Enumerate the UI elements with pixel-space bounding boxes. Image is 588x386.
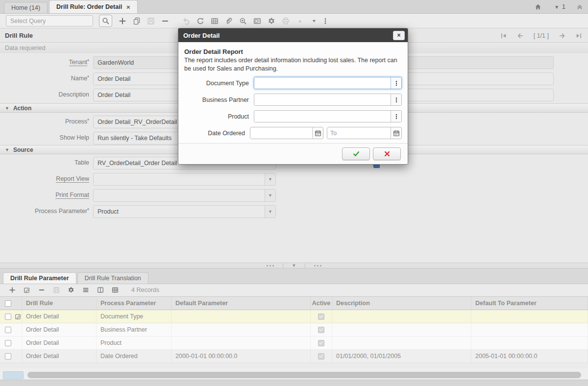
splitter-grip[interactable] — [305, 265, 330, 266]
col-drill-rule[interactable]: Drill Rule — [22, 297, 97, 310]
product-input[interactable] — [254, 111, 391, 122]
tab-drill-rule[interactable]: Drill Rule: Order Detail × — [49, 0, 138, 13]
col-active[interactable]: Active — [311, 297, 332, 310]
business-partner-lookup[interactable] — [254, 94, 402, 106]
business-partner-input[interactable] — [254, 94, 391, 105]
col-process-parameter[interactable]: Process Parameter — [97, 297, 172, 310]
bottom-strip — [0, 380, 588, 386]
more-actions-icon[interactable] — [321, 14, 330, 28]
table-row[interactable]: Order Detail Date Ordered 2000-01-01 00:… — [0, 350, 588, 363]
combo-arrow-icon[interactable]: ▼ — [265, 206, 275, 217]
dialog-titlebar[interactable]: Order Detail × — [178, 28, 408, 42]
toggle-grid-icon[interactable] — [207, 14, 221, 28]
active-checkbox — [318, 314, 324, 320]
lookup-more-icon[interactable] — [391, 94, 401, 105]
tab-home[interactable]: Home (14) — [4, 2, 48, 13]
tabbar-right-controls: ▼ 1 — [535, 0, 583, 14]
document-type-input[interactable] — [254, 77, 391, 89]
col-default-to-parameter[interactable]: Default To Parameter — [471, 297, 588, 310]
copy-record-icon[interactable] — [129, 14, 144, 28]
report-view-label[interactable]: Report View — [0, 175, 89, 182]
desktop-caret-icon[interactable]: ▼ — [554, 4, 559, 10]
customize-icon[interactable] — [264, 14, 278, 28]
last-record-icon[interactable] — [575, 32, 582, 39]
horizontal-splitter[interactable]: ▼ — [0, 263, 588, 268]
row-checkbox[interactable] — [5, 353, 11, 360]
edit-row-icon[interactable] — [15, 313, 22, 320]
delete-record-icon[interactable] — [158, 14, 172, 28]
row-checkbox[interactable] — [5, 340, 11, 346]
confirm-button[interactable] — [342, 147, 370, 160]
row-checkbox[interactable] — [5, 314, 11, 320]
table-label: Table — [0, 159, 89, 166]
requery-icon[interactable] — [193, 14, 207, 28]
home-icon[interactable] — [535, 3, 541, 10]
calendar-icon[interactable] — [391, 127, 401, 139]
date-ordered-from[interactable] — [250, 127, 323, 139]
report-icon[interactable] — [250, 14, 264, 28]
attachment-icon[interactable] — [221, 14, 236, 28]
business-partner-label: Business Partner — [184, 96, 249, 103]
columns-icon[interactable] — [95, 284, 106, 296]
date-from-input[interactable] — [250, 127, 312, 139]
lookup-more-icon[interactable] — [391, 77, 401, 89]
dialog-close-icon[interactable]: × — [393, 31, 405, 40]
date-to-input[interactable] — [327, 127, 391, 139]
save-icon — [51, 284, 62, 296]
dialog-title: Order Detail — [183, 32, 220, 39]
name-label: Name* — [0, 75, 89, 82]
table-row[interactable]: Order Detail Product — [0, 337, 588, 350]
active-checkbox — [318, 340, 324, 346]
delete-icon[interactable] — [36, 284, 47, 296]
param-row-date-ordered: Date Ordered — [184, 127, 402, 139]
cancel-button[interactable] — [373, 147, 401, 160]
col-description[interactable]: Description — [332, 297, 471, 310]
collapse-header-icon[interactable] — [576, 3, 583, 10]
rows-icon[interactable] — [80, 284, 91, 296]
select-query-input[interactable] — [6, 16, 93, 26]
previous-record-icon[interactable] — [517, 32, 524, 39]
process-parameter-label: Process Parameter* — [0, 208, 89, 215]
report-view-combo[interactable]: ▼ — [93, 173, 276, 186]
next-record-icon[interactable] — [559, 32, 565, 39]
select-all-checkbox[interactable] — [5, 300, 11, 307]
tab-drill-rule-parameter[interactable]: Drill Rule Parameter — [3, 272, 76, 284]
find-record-button[interactable] — [99, 15, 112, 27]
tenant-label[interactable]: Tenant* — [0, 59, 89, 66]
process-parameter-combo[interactable]: Product ▼ — [93, 205, 276, 218]
grid-icon[interactable] — [110, 284, 121, 296]
customize-icon[interactable] — [66, 284, 76, 296]
tab-drill-rule-translation[interactable]: Drill Rule Translation — [77, 272, 148, 284]
undo-icon — [179, 14, 193, 28]
document-type-lookup[interactable] — [254, 77, 402, 89]
combo-arrow-icon[interactable]: ▼ — [265, 173, 275, 185]
field-row-print-format: Print Format ▼ — [0, 189, 588, 202]
col-default-parameter[interactable]: Default Parameter — [172, 297, 311, 310]
new-icon[interactable] — [7, 284, 18, 296]
date-ordered-to[interactable] — [327, 127, 402, 139]
print-format-combo[interactable]: ▼ — [93, 189, 276, 202]
report-description: The report includes order detail informa… — [184, 56, 405, 72]
product-lookup[interactable] — [254, 110, 402, 122]
horizontal-scrollbar-thumb[interactable] — [27, 372, 581, 378]
calendar-icon[interactable] — [312, 127, 323, 139]
tab-close-icon[interactable]: × — [126, 4, 130, 10]
splitter-collapse-icon[interactable]: ▼ — [283, 263, 305, 268]
print-format-label[interactable]: Print Format — [0, 192, 89, 198]
first-record-icon[interactable] — [500, 32, 507, 39]
print-icon — [278, 14, 293, 28]
zoom-across-icon[interactable] — [236, 14, 250, 28]
combo-arrow-icon[interactable]: ▼ — [265, 190, 275, 201]
edit-icon[interactable] — [22, 284, 32, 296]
splitter-grip[interactable] — [258, 265, 283, 266]
parameter-table: Drill Rule Process Parameter Default Par… — [0, 296, 588, 363]
row-checkbox[interactable] — [5, 327, 11, 333]
new-record-icon[interactable] — [115, 14, 129, 28]
table-row[interactable]: Order Detail Document Type — [0, 310, 588, 323]
detail-record-icon[interactable] — [307, 14, 321, 28]
table-row[interactable]: Order Detail Business Partner — [0, 323, 588, 337]
lookup-more-icon[interactable] — [391, 111, 401, 122]
select-query-combo[interactable]: ▼ — [6, 15, 93, 26]
active-checkbox — [318, 327, 324, 333]
detail-toolbar: 4 Records — [0, 284, 588, 296]
